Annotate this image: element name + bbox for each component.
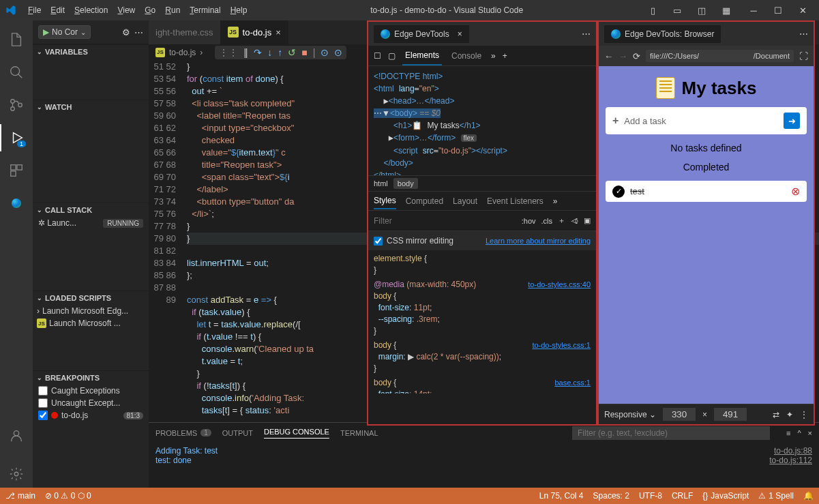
status-lang[interactable]: {} JavaScript	[702, 491, 749, 501]
status-cursor[interactable]: Ln 75, Col 4	[539, 491, 584, 501]
forward-icon[interactable]: →	[619, 51, 627, 61]
step-over-icon[interactable]: ↷	[254, 47, 262, 58]
more-tabs-icon[interactable]: »	[491, 51, 496, 61]
loaded-script-item[interactable]: ›Launch Microsoft Edg...	[33, 305, 149, 317]
mirror-learn-link[interactable]: Learn more about mirror editing	[486, 237, 591, 245]
bp-uncaught[interactable]: Uncaught Except...	[33, 397, 149, 409]
menu-terminal[interactable]: Terminal	[185, 3, 225, 18]
tab-theme-css[interactable]: ight-theme.css	[149, 20, 221, 44]
more-icon[interactable]: ⋮	[800, 410, 808, 419]
toggle-icon[interactable]: ⊙	[321, 47, 329, 58]
callstack-section[interactable]: ⌄CALL STACK	[33, 203, 149, 217]
back-icon[interactable]: ←	[604, 51, 613, 61]
panel-tab-output[interactable]: OUTPUT	[222, 429, 253, 437]
status-spaces[interactable]: Spaces: 2	[593, 491, 629, 501]
activity-scm[interactable]	[0, 91, 33, 119]
tab-todo-js[interactable]: JSto-do.js×	[221, 20, 288, 44]
styles-rules[interactable]: element.style {}@media (max-width: 450px…	[368, 250, 596, 394]
menu-file[interactable]: File	[23, 3, 46, 18]
more-icon[interactable]: ⋯	[134, 27, 143, 38]
expand-panel-icon[interactable]: ^	[797, 429, 801, 437]
maximize-button[interactable]: ☐	[767, 2, 789, 18]
step-out-icon[interactable]: ↑	[278, 47, 282, 58]
submit-task-button[interactable]: ➜	[784, 113, 800, 129]
console-tab[interactable]: Console	[449, 47, 484, 65]
wand-icon[interactable]: ✦	[786, 410, 793, 419]
menu-go[interactable]: Go	[140, 3, 160, 18]
bp-caught[interactable]: Caught Exceptions	[33, 385, 149, 397]
drag-handle-icon[interactable]: ⋮⋮	[219, 47, 238, 58]
new-style-icon[interactable]: ＋	[558, 216, 565, 226]
delete-task-icon[interactable]: ⊗	[791, 185, 800, 198]
layout-customize-icon[interactable]: ▦	[715, 2, 737, 18]
breakpoints-section[interactable]: ⌄BREAKPOINTS	[33, 371, 149, 385]
filter-settings-icon[interactable]: ≡	[786, 429, 790, 437]
add-task-placeholder[interactable]: Add a task	[624, 116, 778, 126]
device-icon[interactable]: ▢	[388, 51, 396, 61]
close-button[interactable]: ✕	[792, 2, 814, 18]
bp-file[interactable]: to-do.js81:3	[33, 409, 149, 421]
status-errors[interactable]: ⊘ 0 ⚠ 0 ⬡ 0	[45, 491, 91, 501]
minimize-button[interactable]: ─	[743, 2, 764, 18]
status-spell[interactable]: ⚠ 1 Spell	[758, 491, 794, 501]
run-config-dropdown[interactable]: ▶ No Cor ⌄	[38, 25, 91, 39]
elements-tree[interactable]: <!DOCTYPE html> <html lang="en"> ▶<head>…	[368, 66, 596, 175]
pin-icon[interactable]: ⏿	[571, 217, 578, 225]
variables-section[interactable]: ⌄VARIABLES	[33, 45, 149, 59]
activity-edge[interactable]	[0, 190, 33, 217]
menu-edit[interactable]: Edit	[46, 3, 70, 18]
browser-tab[interactable]: Edge DevTools: Browser	[604, 25, 721, 43]
stop-icon[interactable]: ■	[301, 47, 307, 58]
callstack-item[interactable]: ✲ Launc... RUNNING	[33, 217, 149, 229]
restart-icon[interactable]: ↺	[288, 47, 296, 58]
events-tab[interactable]: Event Listeners	[487, 194, 543, 209]
panel-tab-problems[interactable]: PROBLEMS1	[155, 429, 211, 437]
close-panel-icon[interactable]: ×	[808, 429, 812, 437]
activity-debug[interactable]: 1	[0, 124, 33, 151]
screencast-icon[interactable]: ⛶	[799, 51, 808, 61]
menu-help[interactable]: Help	[226, 3, 252, 18]
rotate-icon[interactable]: ⇄	[773, 410, 779, 419]
more-icon[interactable]: ⋯	[582, 29, 591, 39]
close-icon[interactable]: ×	[458, 29, 462, 39]
responsive-dropdown[interactable]: Responsive ⌄	[604, 410, 656, 419]
styles-tab[interactable]: Styles	[374, 193, 396, 209]
add-tab-icon[interactable]: +	[503, 51, 507, 61]
scripts-section[interactable]: ⌄LOADED SCRIPTS	[33, 291, 149, 305]
computed-tab[interactable]: Computed	[406, 194, 443, 209]
status-encoding[interactable]: UTF-8	[639, 491, 662, 501]
toggle-icon[interactable]: ⊙	[334, 47, 342, 58]
elements-tab[interactable]: Elements	[402, 46, 442, 65]
status-branch[interactable]: ⎇ main	[5, 491, 35, 501]
activity-account[interactable]	[0, 422, 33, 449]
activity-settings[interactable]	[0, 460, 33, 488]
devtools-tab[interactable]: Edge DevTools×	[374, 25, 469, 43]
close-tab-icon[interactable]: ×	[276, 27, 281, 38]
activity-explorer[interactable]	[0, 26, 33, 53]
box-icon[interactable]: ▣	[584, 216, 591, 225]
menu-view[interactable]: View	[113, 3, 140, 18]
activity-search[interactable]	[0, 59, 33, 86]
mirror-checkbox[interactable]	[374, 237, 383, 246]
styles-filter-input[interactable]	[374, 216, 516, 226]
hov-button[interactable]: :hov	[522, 217, 536, 225]
watch-section[interactable]: ⌄WATCH	[33, 100, 149, 114]
menu-selection[interactable]: Selection	[70, 3, 113, 18]
more-tabs-icon[interactable]: »	[553, 196, 558, 206]
completed-task[interactable]: ✓ test ⊗	[606, 181, 807, 202]
step-into-icon[interactable]: ↓	[267, 47, 272, 58]
toggle-secondary-icon[interactable]: ◫	[691, 2, 713, 18]
status-bell-icon[interactable]: 🔔	[803, 491, 814, 501]
url-bar[interactable]: file:///C:/Users//Document	[646, 50, 794, 62]
elements-breadcrumb[interactable]: html body	[368, 175, 596, 192]
toggle-panel-icon[interactable]: ▭	[666, 2, 688, 18]
activity-extensions[interactable]	[0, 157, 33, 184]
loaded-script-item[interactable]: JSLaunch Microsoft ...	[33, 317, 149, 329]
checkmark-icon[interactable]: ✓	[612, 186, 625, 198]
width-input[interactable]	[663, 408, 696, 421]
more-icon[interactable]: ⋯	[799, 29, 808, 39]
status-eol[interactable]: CRLF	[672, 491, 693, 501]
inspect-icon[interactable]: ☐	[374, 51, 381, 61]
layout-tab[interactable]: Layout	[453, 194, 477, 209]
cls-button[interactable]: .cls	[541, 217, 553, 225]
